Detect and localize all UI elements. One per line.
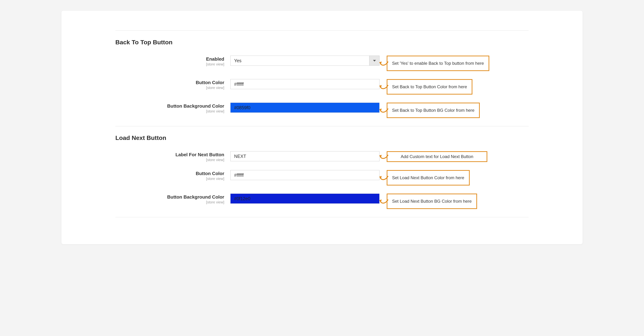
section-title-back-to-top: Back To Top Button	[115, 39, 529, 46]
annotation-box: Set Back to Top Button BG Color from her…	[387, 103, 480, 118]
config-panel: Back To Top Button Enabled [store view] …	[62, 11, 582, 244]
label-next-input[interactable]	[230, 151, 380, 161]
enabled-select[interactable]: Yes	[230, 56, 380, 66]
select-handle[interactable]	[369, 56, 379, 65]
svg-marker-2	[379, 109, 382, 111]
svg-marker-0	[379, 61, 382, 64]
select-value: Yes	[234, 58, 242, 63]
annotation-wrapper: Set Back to Top Button Color from here	[387, 79, 472, 95]
label-text: Enabled	[115, 56, 224, 62]
field-row-ln-button-color: Button Color [store view] Set Load Next …	[115, 170, 529, 185]
button-bg-color-input[interactable]	[230, 103, 380, 113]
button-color-input[interactable]	[230, 79, 380, 89]
divider	[115, 126, 529, 126]
annotation-box: Set Load Next Button Color from here	[387, 170, 470, 185]
field-row-ln-button-bg-color: Button Background Color [store view] Set…	[115, 193, 529, 209]
svg-marker-3	[379, 155, 382, 158]
label-text: Button Background Color	[115, 194, 224, 200]
annotation-box: Set Load Next Button BG Color from here	[387, 193, 477, 209]
annotation-box: Add Custom text for Load Next Button	[387, 151, 487, 162]
field-row-button-color: Button Color [store view] Set Back to To…	[115, 79, 529, 95]
input-wrapper	[230, 193, 380, 204]
input-wrapper	[230, 170, 380, 180]
annotation-wrapper: Add Custom text for Load Next Button	[387, 151, 487, 162]
svg-marker-5	[379, 199, 382, 202]
svg-marker-4	[379, 176, 382, 179]
section-title-load-next: Load Next Button	[115, 134, 529, 141]
label-scope: [store view]	[115, 86, 224, 90]
input-wrapper: Yes	[230, 56, 380, 66]
ln-button-bg-color-input[interactable]	[230, 193, 380, 204]
input-wrapper	[230, 103, 380, 113]
field-label: Label For Next Button [store view]	[115, 151, 230, 162]
field-row-button-bg-color: Button Background Color [store view] Set…	[115, 103, 529, 118]
annotation-wrapper: Set Load Next Button Color from here	[387, 170, 470, 185]
annotation-box: Set 'Yes' to enable Back to Top button f…	[387, 56, 489, 71]
field-label: Button Color [store view]	[115, 79, 230, 90]
label-scope: [store view]	[115, 158, 224, 162]
label-text: Button Color	[115, 171, 224, 176]
label-scope: [store view]	[115, 109, 224, 113]
divider	[115, 30, 529, 31]
annotation-box: Set Back to Top Button Color from here	[387, 79, 472, 95]
annotation-wrapper: Set Back to Top Button BG Color from her…	[387, 103, 480, 118]
input-wrapper	[230, 79, 380, 89]
label-scope: [store view]	[115, 177, 224, 181]
input-wrapper	[230, 151, 380, 161]
field-label: Button Background Color [store view]	[115, 193, 230, 204]
label-scope: [store view]	[115, 200, 224, 204]
label-text: Label For Next Button	[115, 152, 224, 158]
chevron-down-icon	[373, 60, 376, 61]
label-text: Button Color	[115, 80, 224, 85]
field-label: Button Color [store view]	[115, 170, 230, 181]
annotation-wrapper: Set Load Next Button BG Color from here	[387, 193, 477, 209]
annotation-wrapper: Set 'Yes' to enable Back to Top button f…	[387, 56, 489, 71]
field-row-label-next: Label For Next Button [store view] Add C…	[115, 151, 529, 162]
field-row-enabled: Enabled [store view] Yes Set 'Yes' to en…	[115, 56, 529, 71]
field-label: Button Background Color [store view]	[115, 103, 230, 113]
svg-marker-1	[379, 85, 382, 88]
label-scope: [store view]	[115, 62, 224, 66]
label-text: Button Background Color	[115, 103, 224, 109]
ln-button-color-input[interactable]	[230, 170, 380, 180]
field-label: Enabled [store view]	[115, 56, 230, 66]
